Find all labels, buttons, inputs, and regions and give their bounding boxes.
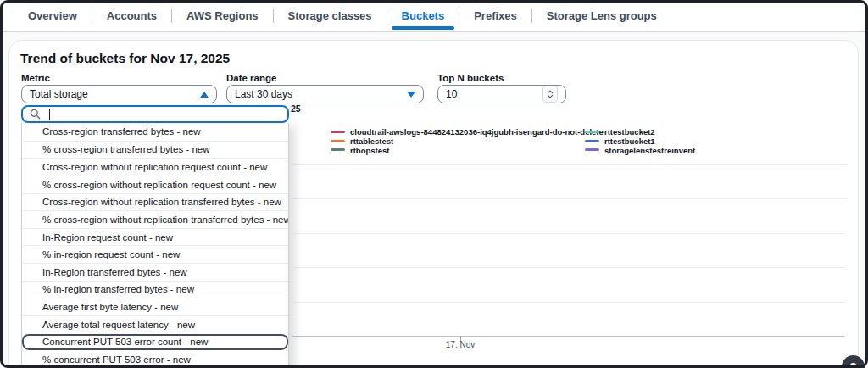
- top-n-buckets-input[interactable]: 10: [437, 85, 566, 103]
- tab-accounts[interactable]: Accounts: [92, 0, 171, 31]
- tab-label: Storage classes: [288, 9, 372, 22]
- legend-label: rttestbucket1: [604, 137, 655, 146]
- metric-option[interactable]: % cross-region transferred bytes - new: [22, 141, 288, 159]
- caret-up-icon: [200, 92, 209, 98]
- metric-search-input[interactable]: [21, 105, 289, 123]
- legend-label: rttablestest: [350, 137, 393, 146]
- tab-label: Accounts: [107, 9, 157, 22]
- legend-item[interactable]: rttestbucket1: [585, 137, 695, 146]
- metric-option[interactable]: Average total request latency - new: [22, 315, 288, 333]
- legend-item[interactable]: storagelenstestreinvent: [585, 146, 695, 155]
- metric-option[interactable]: Cross-region without replication transfe…: [22, 193, 288, 211]
- page-title: Trend of buckets for Nov 17, 2025: [20, 51, 230, 66]
- tab-prefixes[interactable]: Prefixes: [459, 0, 531, 31]
- metric-option[interactable]: % in-region request count - new: [22, 245, 288, 263]
- gridline: [292, 198, 845, 199]
- legend-swatch: [585, 140, 599, 142]
- legend-label: rttestbucket2: [604, 127, 655, 137]
- metric-option[interactable]: In-Region request count - new: [22, 228, 288, 246]
- metric-option[interactable]: % in-region transferred bytes - new: [22, 281, 288, 298]
- legend-item[interactable]: rttestbucket2: [585, 127, 695, 137]
- chart-title-fragment: 25: [291, 103, 301, 114]
- tab-buckets[interactable]: Buckets: [387, 0, 459, 31]
- legend-item[interactable]: cloudtrail-awslogs-844824132036-iq4jgubh…: [331, 127, 604, 137]
- x-axis-line: [292, 336, 845, 337]
- tab-label: AWS Regions: [186, 9, 259, 22]
- legend-label: storagelenstestreinvent: [604, 146, 695, 155]
- metric-option[interactable]: Cross-region without replication request…: [22, 158, 288, 176]
- gridline: [292, 164, 845, 165]
- metric-option[interactable]: Cross-region transferred bytes - new: [22, 123, 288, 141]
- text-cursor: [49, 109, 50, 120]
- metric-option-focused[interactable]: Concurrent PUT 503 error count - new: [22, 333, 288, 351]
- tab-overview[interactable]: Overview: [14, 0, 92, 31]
- legend-item[interactable]: rtbopstest: [331, 146, 604, 155]
- top-n-buckets-value: 10: [446, 88, 457, 100]
- metric-option[interactable]: % cross-region without replication reque…: [22, 176, 288, 193]
- gridline: [292, 302, 845, 303]
- stepper-down-icon: [547, 94, 554, 98]
- tab-storage-lens-groups[interactable]: Storage Lens groups: [532, 0, 671, 31]
- chart-legend-right-column: rttestbucket2 rttestbucket1 storagelenst…: [585, 127, 695, 154]
- legend-swatch: [331, 148, 345, 151]
- gridline: [292, 233, 845, 234]
- search-icon: [30, 109, 41, 120]
- metric-option[interactable]: % concurrent PUT 503 error - new: [22, 350, 288, 368]
- metric-option[interactable]: Average first byte latency - new: [22, 298, 288, 315]
- date-range-select-value: Last 30 days: [235, 88, 292, 100]
- legend-swatch: [331, 131, 345, 133]
- tab-label: Buckets: [402, 9, 445, 22]
- metric-options-list: Cross-region transferred bytes - new % c…: [21, 123, 289, 368]
- tab-storage-classes[interactable]: Storage classes: [274, 0, 387, 31]
- legend-item[interactable]: rttablestest: [331, 137, 604, 146]
- metric-label: Metric: [21, 73, 50, 83]
- help-button-label: ?: [849, 360, 857, 368]
- chart-legend-left-column: cloudtrail-awslogs-844824132036-iq4jgubh…: [331, 127, 604, 154]
- metric-select[interactable]: Total storage: [21, 85, 217, 103]
- top-n-buckets-label: Top N buckets: [437, 73, 504, 83]
- metric-option[interactable]: In-Region transferred bytes - new: [22, 263, 288, 281]
- legend-swatch: [585, 131, 599, 133]
- legend-swatch: [331, 140, 345, 142]
- caret-down-icon: [407, 92, 415, 98]
- tab-label: Storage Lens groups: [547, 9, 657, 22]
- metric-option[interactable]: % cross-region without replication trans…: [22, 210, 288, 228]
- date-range-label: Date range: [226, 73, 276, 83]
- tab-aws-regions[interactable]: AWS Regions: [172, 0, 273, 31]
- tab-bar: Overview Accounts AWS Regions Storage cl…: [0, 0, 868, 32]
- x-axis-tick-label: 17. Nov: [437, 340, 484, 349]
- tab-label: Prefixes: [474, 9, 517, 22]
- legend-label: cloudtrail-awslogs-844824132036-iq4jgubh…: [350, 127, 604, 137]
- number-stepper[interactable]: [542, 86, 558, 103]
- tab-label: Overview: [28, 9, 77, 22]
- gridline: [292, 267, 845, 268]
- metric-select-value: Total storage: [30, 88, 88, 100]
- date-range-select[interactable]: Last 30 days: [226, 85, 424, 103]
- legend-swatch: [585, 148, 599, 151]
- legend-label: rtbopstest: [350, 146, 389, 155]
